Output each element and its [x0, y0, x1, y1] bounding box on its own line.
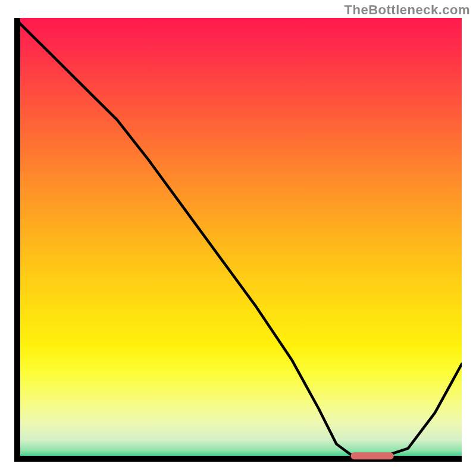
- chart-container: TheBottleneck.com: [0, 0, 476, 476]
- bottleneck-curve: [14, 18, 462, 458]
- plot-area: [14, 18, 462, 462]
- watermark-text: TheBottleneck.com: [345, 2, 470, 18]
- chart-svg: [14, 18, 462, 462]
